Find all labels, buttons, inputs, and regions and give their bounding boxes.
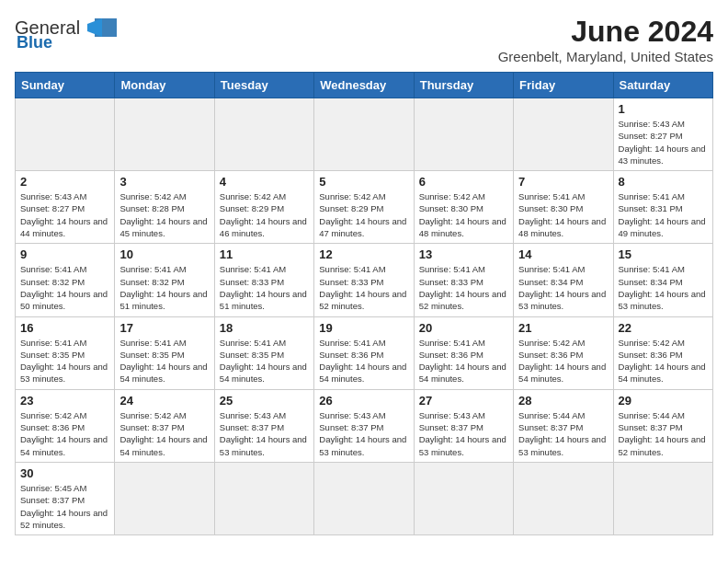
day-info: Sunrise: 5:44 AMSunset: 8:37 PMDaylight:…	[619, 409, 708, 458]
day-number: 13	[419, 247, 508, 261]
day-info: Sunrise: 5:42 AMSunset: 8:29 PMDaylight:…	[319, 190, 408, 239]
page-header: General Blue June 2024 Greenbelt, Maryla…	[15, 15, 713, 64]
day-info: Sunrise: 5:42 AMSunset: 8:37 PMDaylight:…	[119, 409, 209, 458]
col-wednesday: Wednesday	[314, 73, 414, 98]
day-info: Sunrise: 5:42 AMSunset: 8:36 PMDaylight:…	[619, 337, 708, 385]
table-row: 11Sunrise: 5:41 AMSunset: 8:33 PMDayligh…	[214, 244, 313, 316]
day-info: Sunrise: 5:42 AMSunset: 8:36 PMDaylight:…	[20, 409, 109, 458]
day-info: Sunrise: 5:41 AMSunset: 8:36 PMDaylight:…	[319, 337, 408, 385]
day-info: Sunrise: 5:45 AMSunset: 8:37 PMDaylight:…	[20, 482, 109, 531]
calendar-row: 2Sunrise: 5:43 AMSunset: 8:27 PMDaylight…	[16, 171, 713, 244]
day-info: Sunrise: 5:41 AMSunset: 8:30 PMDaylight:…	[518, 190, 608, 239]
day-number: 20	[419, 321, 508, 335]
table-row	[115, 98, 214, 171]
day-info: Sunrise: 5:42 AMSunset: 8:36 PMDaylight:…	[518, 337, 608, 385]
page-subtitle: Greenbelt, Maryland, United States	[498, 49, 713, 64]
calendar-row: 1Sunrise: 5:43 AMSunset: 8:27 PMDaylight…	[16, 98, 713, 171]
table-row: 27Sunrise: 5:43 AMSunset: 8:37 PMDayligh…	[414, 389, 513, 462]
day-info: Sunrise: 5:41 AMSunset: 8:34 PMDaylight:…	[619, 263, 708, 312]
day-number: 27	[419, 394, 508, 408]
col-thursday: Thursday	[414, 73, 513, 98]
table-row	[514, 462, 613, 534]
calendar-row: 30Sunrise: 5:45 AMSunset: 8:37 PMDayligh…	[16, 462, 713, 534]
day-number: 6	[419, 175, 508, 189]
day-number: 3	[119, 175, 209, 189]
day-number: 22	[619, 321, 708, 335]
day-number: 30	[20, 466, 109, 480]
day-info: Sunrise: 5:41 AMSunset: 8:35 PMDaylight:…	[119, 337, 209, 385]
day-number: 17	[119, 321, 209, 335]
day-info: Sunrise: 5:43 AMSunset: 8:27 PMDaylight:…	[20, 190, 109, 239]
day-number: 1	[619, 102, 708, 116]
table-row: 1Sunrise: 5:43 AMSunset: 8:27 PMDaylight…	[613, 98, 712, 171]
col-sunday: Sunday	[16, 73, 115, 98]
table-row: 18Sunrise: 5:41 AMSunset: 8:35 PMDayligh…	[214, 316, 313, 389]
title-block: June 2024 Greenbelt, Maryland, United St…	[498, 15, 713, 64]
table-row: 4Sunrise: 5:42 AMSunset: 8:29 PMDaylight…	[214, 171, 313, 244]
day-info: Sunrise: 5:41 AMSunset: 8:32 PMDaylight:…	[20, 263, 109, 312]
day-info: Sunrise: 5:41 AMSunset: 8:33 PMDaylight:…	[419, 263, 508, 312]
table-row: 24Sunrise: 5:42 AMSunset: 8:37 PMDayligh…	[115, 389, 214, 462]
table-row: 29Sunrise: 5:44 AMSunset: 8:37 PMDayligh…	[613, 389, 712, 462]
day-info: Sunrise: 5:44 AMSunset: 8:37 PMDaylight:…	[518, 409, 608, 458]
logo-blue-text: Blue	[17, 33, 52, 52]
table-row: 26Sunrise: 5:43 AMSunset: 8:37 PMDayligh…	[314, 389, 414, 462]
table-row: 20Sunrise: 5:41 AMSunset: 8:36 PMDayligh…	[414, 316, 513, 389]
table-row: 17Sunrise: 5:41 AMSunset: 8:35 PMDayligh…	[115, 316, 214, 389]
day-info: Sunrise: 5:41 AMSunset: 8:33 PMDaylight:…	[319, 263, 408, 312]
day-number: 15	[619, 247, 708, 261]
day-number: 23	[20, 394, 109, 408]
day-info: Sunrise: 5:43 AMSunset: 8:37 PMDaylight:…	[220, 409, 309, 458]
table-row: 19Sunrise: 5:41 AMSunset: 8:36 PMDayligh…	[314, 316, 414, 389]
day-number: 12	[319, 247, 408, 261]
table-row: 5Sunrise: 5:42 AMSunset: 8:29 PMDaylight…	[314, 171, 414, 244]
table-row: 3Sunrise: 5:42 AMSunset: 8:28 PMDaylight…	[115, 171, 214, 244]
day-number: 5	[319, 175, 408, 189]
table-row: 10Sunrise: 5:41 AMSunset: 8:32 PMDayligh…	[115, 244, 214, 316]
table-row	[115, 462, 214, 534]
col-monday: Monday	[115, 73, 214, 98]
table-row: 2Sunrise: 5:43 AMSunset: 8:27 PMDaylight…	[16, 171, 115, 244]
table-row: 14Sunrise: 5:41 AMSunset: 8:34 PMDayligh…	[514, 244, 613, 316]
day-info: Sunrise: 5:41 AMSunset: 8:34 PMDaylight:…	[518, 263, 608, 312]
table-row: 12Sunrise: 5:41 AMSunset: 8:33 PMDayligh…	[314, 244, 414, 316]
table-row: 15Sunrise: 5:41 AMSunset: 8:34 PMDayligh…	[613, 244, 712, 316]
table-row: 21Sunrise: 5:42 AMSunset: 8:36 PMDayligh…	[514, 316, 613, 389]
day-number: 24	[119, 394, 209, 408]
table-row	[314, 98, 414, 171]
day-number: 9	[20, 247, 109, 261]
svg-marker-1	[87, 18, 102, 37]
table-row	[414, 462, 513, 534]
calendar-row: 16Sunrise: 5:41 AMSunset: 8:35 PMDayligh…	[16, 316, 713, 389]
col-saturday: Saturday	[613, 73, 712, 98]
table-row: 6Sunrise: 5:42 AMSunset: 8:30 PMDaylight…	[414, 171, 513, 244]
table-row: 13Sunrise: 5:41 AMSunset: 8:33 PMDayligh…	[414, 244, 513, 316]
day-number: 11	[220, 247, 309, 261]
day-info: Sunrise: 5:41 AMSunset: 8:36 PMDaylight:…	[419, 337, 508, 385]
day-info: Sunrise: 5:41 AMSunset: 8:35 PMDaylight:…	[220, 337, 309, 385]
day-number: 25	[220, 394, 309, 408]
day-number: 29	[619, 394, 708, 408]
day-info: Sunrise: 5:41 AMSunset: 8:31 PMDaylight:…	[619, 190, 708, 239]
day-number: 19	[319, 321, 408, 335]
day-info: Sunrise: 5:43 AMSunset: 8:27 PMDaylight:…	[619, 118, 708, 167]
day-number: 7	[518, 175, 608, 189]
table-row	[314, 462, 414, 534]
day-info: Sunrise: 5:43 AMSunset: 8:37 PMDaylight:…	[319, 409, 408, 458]
table-row	[613, 462, 712, 534]
day-number: 14	[518, 247, 608, 261]
table-row: 16Sunrise: 5:41 AMSunset: 8:35 PMDayligh…	[16, 316, 115, 389]
day-info: Sunrise: 5:42 AMSunset: 8:28 PMDaylight:…	[119, 190, 209, 239]
table-row: 23Sunrise: 5:42 AMSunset: 8:36 PMDayligh…	[16, 389, 115, 462]
day-number: 16	[20, 321, 109, 335]
day-info: Sunrise: 5:42 AMSunset: 8:29 PMDaylight:…	[220, 190, 309, 239]
day-number: 28	[518, 394, 608, 408]
table-row: 25Sunrise: 5:43 AMSunset: 8:37 PMDayligh…	[214, 389, 313, 462]
calendar-table: Sunday Monday Tuesday Wednesday Thursday…	[15, 72, 713, 535]
day-info: Sunrise: 5:43 AMSunset: 8:37 PMDaylight:…	[419, 409, 508, 458]
day-info: Sunrise: 5:41 AMSunset: 8:35 PMDaylight:…	[20, 337, 109, 385]
calendar-row: 9Sunrise: 5:41 AMSunset: 8:32 PMDaylight…	[16, 244, 713, 316]
day-info: Sunrise: 5:41 AMSunset: 8:33 PMDaylight:…	[220, 263, 309, 312]
day-info: Sunrise: 5:42 AMSunset: 8:30 PMDaylight:…	[419, 190, 508, 239]
table-row: 8Sunrise: 5:41 AMSunset: 8:31 PMDaylight…	[613, 171, 712, 244]
